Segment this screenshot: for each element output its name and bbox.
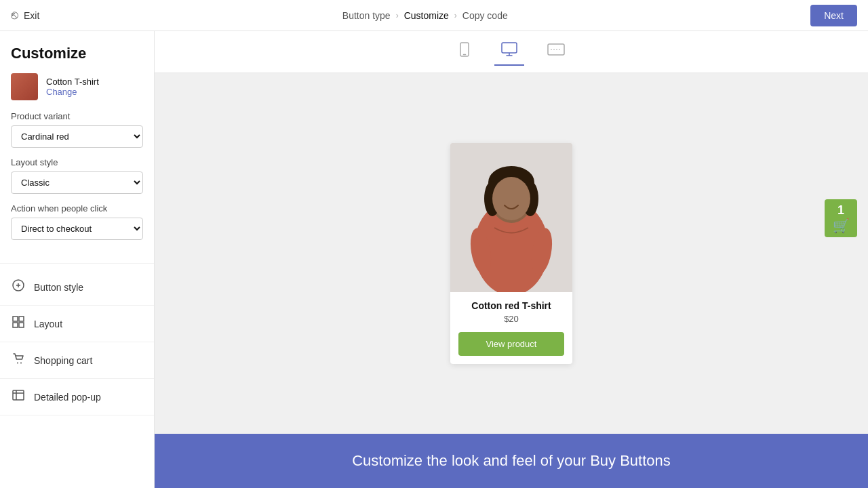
preview-content: Cotton red T-shirt $20 View product 1 🛒 <box>155 73 868 434</box>
variant-field-group: Product variant Cardinal red <box>11 111 143 148</box>
variant-label: Product variant <box>11 111 143 121</box>
layout-field-group: Layout style Classic <box>11 157 143 194</box>
breadcrumb-sep-1: › <box>396 11 399 20</box>
product-thumbnail <box>11 73 38 100</box>
view-product-button[interactable]: View product <box>458 332 564 356</box>
banner-text: Customize the look and feel of your Buy … <box>352 452 671 470</box>
breadcrumb-copy-code[interactable]: Copy code <box>462 10 508 21</box>
breadcrumb-customize[interactable]: Customize <box>404 10 449 21</box>
sidebar-nav: Button style Layout <box>0 264 154 421</box>
action-select[interactable]: Direct to checkout <box>11 218 143 240</box>
sidebar-item-layout-label: Layout <box>34 319 62 329</box>
desktop-view-button[interactable] <box>494 38 524 66</box>
button-style-icon <box>11 279 26 296</box>
breadcrumb-button-type[interactable]: Button type <box>342 10 391 21</box>
product-card-body: Cotton red T-shirt $20 View product <box>450 292 572 364</box>
product-card: Cotton red T-shirt $20 View product <box>450 143 572 364</box>
cart-badge[interactable]: 1 🛒 <box>825 199 857 237</box>
variant-select[interactable]: Cardinal red <box>11 125 143 148</box>
product-thumb-inner <box>11 73 38 100</box>
sidebar-item-layout[interactable]: Layout <box>0 306 154 342</box>
product-change-link[interactable]: Change <box>46 87 99 97</box>
mobile-view-button[interactable] <box>451 38 478 66</box>
svg-rect-12 <box>502 43 517 53</box>
svg-rect-7 <box>13 390 24 400</box>
product-card-image <box>450 143 572 292</box>
sidebar-item-button-style[interactable]: Button style <box>0 269 154 306</box>
layout-label: Layout style <box>11 157 143 167</box>
breadcrumb-sep-2: › <box>454 11 457 20</box>
product-card-name: Cotton red T-shirt <box>458 300 564 311</box>
product-row: Cotton T-shirt Change <box>11 73 143 100</box>
svg-point-6 <box>20 363 22 364</box>
right-panel: Cotton red T-shirt $20 View product 1 🛒 … <box>155 31 868 488</box>
cart-icon: 🛒 <box>833 218 850 234</box>
action-label: Action when people click <box>11 203 143 214</box>
sidebar-item-shopping-cart-label: Shopping cart <box>34 355 92 366</box>
layout-select[interactable]: Classic <box>11 171 143 194</box>
detailed-popup-icon <box>11 388 26 405</box>
shopping-cart-icon <box>11 352 26 369</box>
wide-view-button[interactable] <box>540 39 572 64</box>
svg-rect-1 <box>13 317 18 321</box>
sidebar-item-detailed-popup-label: Detailed pop-up <box>34 392 101 403</box>
product-card-price: $20 <box>458 314 564 324</box>
svg-point-5 <box>17 363 18 364</box>
sidebar-top: Customize Cotton T-shirt Change Product … <box>0 31 154 264</box>
sidebar-item-detailed-popup[interactable]: Detailed pop-up <box>0 379 154 415</box>
sidebar: Customize Cotton T-shirt Change Product … <box>0 31 155 488</box>
breadcrumb: Button type › Customize › Copy code <box>342 10 508 21</box>
header: ⎋ Exit Button type › Customize › Copy co… <box>0 0 868 31</box>
next-button[interactable]: Next <box>810 5 857 26</box>
exit-icon: ⎋ <box>11 8 18 22</box>
sidebar-title: Customize <box>11 45 143 62</box>
preview-area: Cotton red T-shirt $20 View product 1 🛒 <box>155 31 868 434</box>
svg-point-23 <box>492 177 530 220</box>
svg-rect-3 <box>13 323 18 327</box>
bottom-banner: Customize the look and feel of your Buy … <box>155 434 868 488</box>
preview-toolbar <box>155 31 868 73</box>
exit-button[interactable]: ⎋ Exit <box>11 8 39 22</box>
svg-rect-4 <box>19 323 24 327</box>
sidebar-item-shopping-cart[interactable]: Shopping cart <box>0 342 154 379</box>
product-info: Cotton T-shirt Change <box>46 77 99 97</box>
sidebar-item-button-style-label: Button style <box>34 282 83 293</box>
main-layout: Customize Cotton T-shirt Change Product … <box>0 31 868 488</box>
layout-icon <box>11 315 26 332</box>
exit-label: Exit <box>24 10 39 21</box>
action-field-group: Action when people click Direct to check… <box>11 203 143 240</box>
svg-rect-2 <box>19 317 24 321</box>
product-name: Cotton T-shirt <box>46 77 99 87</box>
cart-count: 1 <box>837 203 844 218</box>
